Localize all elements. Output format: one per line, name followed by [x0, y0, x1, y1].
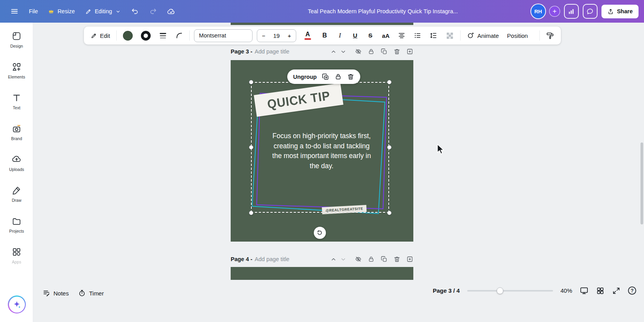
alignment-button[interactable]	[396, 29, 407, 42]
italic-button[interactable]: I	[334, 29, 345, 42]
fill-color-button[interactable]	[121, 29, 135, 42]
magic-ai-button[interactable]	[8, 295, 26, 313]
duplicate-selection-button[interactable]	[322, 73, 329, 81]
lock-selection-button[interactable]	[334, 73, 342, 80]
tip-body-text[interactable]: Focus on high-priority tasks first, crea…	[270, 131, 374, 171]
hide-page-button[interactable]	[355, 48, 362, 55]
redo-button[interactable]	[144, 4, 162, 19]
duplicate-icon	[381, 48, 388, 55]
notes-icon	[43, 289, 50, 297]
bar-chart-icon	[568, 8, 575, 15]
animate-button[interactable]: Animate	[465, 29, 501, 42]
help-button[interactable]: ?	[628, 286, 636, 295]
elements-icon	[12, 62, 21, 72]
fullscreen-button[interactable]	[612, 286, 621, 295]
selection-handle-mid-right[interactable]	[387, 145, 391, 149]
share-button[interactable]: Share	[601, 5, 639, 18]
sidebar-label-uploads: Uploads	[9, 167, 24, 172]
vertical-scrollbar[interactable]	[640, 142, 643, 224]
page4-canvas[interactable]	[231, 267, 413, 280]
transparency-button[interactable]	[444, 29, 456, 42]
rotate-icon	[317, 229, 323, 236]
avatar[interactable]: RH	[531, 4, 545, 18]
selection-handle-mid-left[interactable]	[249, 145, 253, 149]
border-weight-button[interactable]	[157, 29, 169, 42]
editing-mode-button[interactable]: Editing	[80, 5, 126, 18]
comments-button[interactable]	[583, 4, 598, 19]
sidebar-item-apps[interactable]: Apps	[0, 240, 33, 271]
line-spacing-button[interactable]	[428, 29, 439, 42]
position-button[interactable]: Position	[505, 29, 530, 42]
hide-page-button[interactable]	[355, 256, 362, 263]
zoom-slider-thumb[interactable]	[496, 287, 503, 294]
lock-page-button[interactable]	[368, 48, 375, 55]
page3-canvas[interactable]: QUICK TIP Focus on high-priority tasks f…	[231, 60, 413, 242]
duplicate-page-button[interactable]	[381, 48, 388, 55]
add-member-button[interactable]	[549, 6, 560, 17]
add-page-button[interactable]	[406, 256, 413, 263]
text-icon	[12, 93, 21, 103]
delete-page-button[interactable]	[393, 256, 400, 263]
strikethrough-button[interactable]: S	[365, 29, 376, 42]
copy-style-button[interactable]	[544, 29, 556, 42]
insights-button[interactable]	[564, 4, 579, 19]
rotate-handle[interactable]	[314, 227, 326, 239]
lock-page-button[interactable]	[368, 256, 375, 263]
sidebar-item-uploads[interactable]: Uploads	[0, 148, 33, 178]
font-size-value[interactable]: 19	[270, 30, 283, 42]
sidebar-item-brand[interactable]: Brand	[0, 117, 33, 148]
align-center-icon	[398, 32, 406, 39]
undo-button[interactable]	[126, 4, 144, 19]
page3-title-placeholder[interactable]: Add page title	[255, 48, 290, 55]
edit-button[interactable]: Edit	[89, 29, 112, 42]
sidebar-item-elements[interactable]: Elements	[0, 55, 33, 86]
sidebar-item-design[interactable]: Design	[0, 24, 33, 55]
page-indicator[interactable]: Page 3 / 4	[433, 287, 460, 294]
ungroup-button[interactable]: Ungroup	[293, 74, 317, 80]
text-color-button[interactable]: A	[301, 29, 315, 42]
plus-icon	[552, 9, 557, 14]
delete-selection-button[interactable]	[347, 73, 354, 80]
edit-label: Edit	[100, 32, 110, 39]
font-family-select[interactable]: Montserrat	[194, 29, 253, 42]
border-color-button[interactable]	[139, 29, 153, 42]
text-case-button[interactable]: aA	[380, 29, 391, 42]
sidebar-item-text[interactable]: Text	[0, 86, 33, 117]
bullet-list-icon	[414, 32, 422, 39]
move-page-down-button[interactable]	[340, 256, 347, 263]
selection-handle-bottom-right[interactable]	[387, 211, 391, 215]
font-size-decrease-button[interactable]: −	[257, 30, 270, 42]
zoom-slider[interactable]	[467, 290, 553, 292]
grid-view-button[interactable]	[596, 286, 605, 295]
line-curve-button[interactable]	[173, 29, 185, 42]
save-status-button[interactable]	[162, 4, 180, 19]
context-toolbar: Edit Montserrat − 19 + A B I U S aA	[84, 27, 561, 44]
move-page-up-button[interactable]	[330, 256, 337, 263]
move-page-up-button[interactable]	[330, 48, 337, 55]
zoom-level[interactable]: 40%	[560, 287, 572, 294]
selection-handle-top-right[interactable]	[387, 80, 391, 84]
timer-button[interactable]: Timer	[73, 286, 109, 300]
present-button[interactable]	[580, 286, 589, 295]
file-menu-button[interactable]: File	[24, 5, 43, 18]
selection-handle-top-left[interactable]	[249, 80, 253, 84]
resize-button[interactable]: Resize	[43, 5, 79, 18]
sidebar-item-draw[interactable]: Draw	[0, 178, 33, 209]
chevron-down-icon	[340, 256, 347, 263]
main-menu-button[interactable]	[5, 4, 23, 19]
duplicate-page-button[interactable]	[381, 256, 388, 263]
page2-canvas-edge[interactable]	[231, 23, 413, 25]
sidebar-item-projects[interactable]: Projects	[0, 209, 33, 240]
selection-handle-bottom-left[interactable]	[249, 211, 253, 215]
font-size-increase-button[interactable]: +	[283, 30, 296, 42]
bulleted-list-button[interactable]	[412, 29, 423, 42]
notes-button[interactable]: Notes	[38, 286, 73, 300]
delete-page-button[interactable]	[393, 48, 400, 55]
bold-button[interactable]: B	[319, 29, 330, 42]
page4-title-placeholder[interactable]: Add page title	[255, 256, 290, 262]
document-title[interactable]: Teal Peach Modern Playful Productivity Q…	[180, 8, 531, 14]
divider	[189, 30, 190, 41]
underline-button[interactable]: U	[350, 29, 361, 42]
add-page-button[interactable]	[406, 48, 413, 55]
move-page-down-button[interactable]	[340, 48, 347, 55]
